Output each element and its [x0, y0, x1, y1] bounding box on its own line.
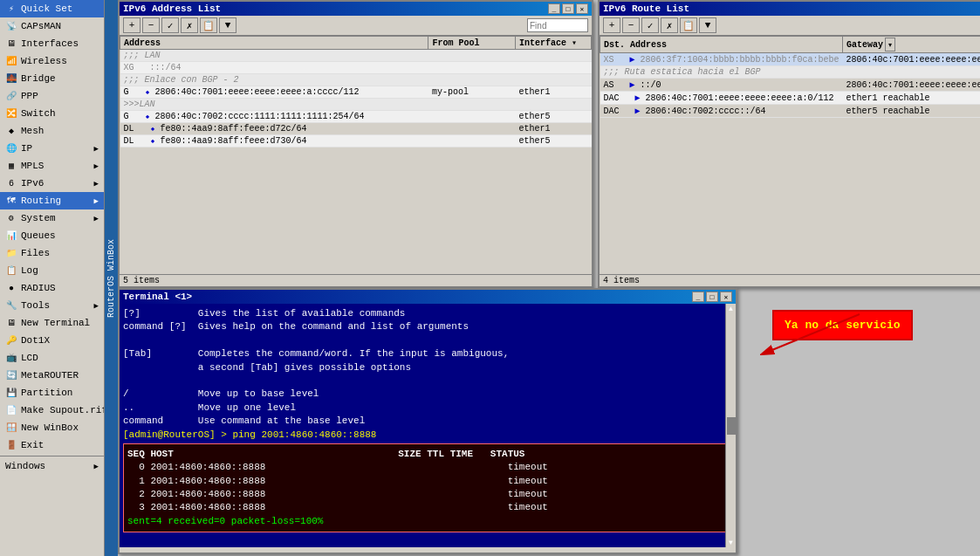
sidebar-item-lcd[interactable]: 📺 LCD — [0, 349, 104, 367]
ping-row-2: 2 2001:4860:4860::8888 timeout — [127, 488, 728, 501]
sidebar: ⚡ Quick Set 📡 CAPsMAN 🖥 Interfaces 📶 Wir… — [0, 0, 105, 556]
terminal-help-5: / Move up to base level — [123, 388, 732, 401]
terminal-help-3: [Tab] Completes the command/word. If the… — [123, 347, 732, 360]
sidebar-item-make-supout[interactable]: 📄 Make Supout.rif — [0, 402, 104, 419]
sidebar-item-log[interactable]: 📋 Log — [0, 262, 104, 279]
addr-col-interface: Interface ▾ — [515, 37, 591, 50]
interfaces-icon: 🖥 — [5, 38, 17, 50]
terminal-prompt-1: [admin@RouterOS] > ping 2001:4860:4860::… — [123, 429, 732, 442]
terminal-blank-1 — [123, 334, 732, 347]
add-addr-button[interactable]: + — [123, 17, 140, 33]
ipv6-route-window: IPv6 Route List _ □ ✕ + − ✓ ✗ 📋 ▼ Dst. A… — [598, 0, 980, 288]
disable-route-button[interactable]: ✗ — [661, 17, 678, 33]
sidebar-item-wireless[interactable]: 📶 Wireless — [0, 52, 104, 70]
table-row[interactable]: DL ⬥ fe80::4aa9:8aff:feee:d730/64 ether5 — [120, 135, 592, 148]
ipv6-addr-maximize[interactable]: □ — [562, 3, 574, 14]
sidebar-item-tools[interactable]: 🔧 Tools ▶ — [0, 297, 104, 314]
addr-find-input[interactable] — [527, 18, 588, 32]
table-row[interactable]: G ⬥ 2806:40c:7002:cccc:1111:1111:1111:25… — [120, 111, 592, 123]
table-row[interactable]: DAC ▶ 2806:40c:7002:cccc::/64 ether5 rea… — [600, 105, 981, 118]
ip-icon: 🌐 — [5, 142, 17, 154]
terminal-vscroll[interactable]: ▲ ▼ — [725, 304, 736, 547]
sidebar-item-new-winbox[interactable]: 🪟 New WinBox — [0, 419, 104, 436]
ipv6-arrow: ▶ — [94, 179, 99, 189]
ping-summary: sent=4 received=0 packet-loss=100% — [127, 515, 728, 528]
terminal-minimize[interactable]: _ — [692, 292, 704, 302]
ping-row-1: 1 2001:4860:4860::8888 timeout — [127, 475, 728, 488]
sidebar-item-switch[interactable]: 🔀 Switch — [0, 105, 104, 122]
sidebar-item-partition[interactable]: 💾 Partition — [0, 384, 104, 402]
mpls-arrow: ▶ — [94, 161, 99, 171]
sidebar-item-quickset[interactable]: ⚡ Quick Set — [0, 0, 104, 17]
log-icon: 📋 — [5, 264, 17, 277]
sidebar-item-new-terminal[interactable]: 🖥 New Terminal — [0, 314, 104, 332]
sidebar-item-routing[interactable]: 🗺 Routing ▶ — [0, 192, 104, 209]
sidebar-item-mesh[interactable]: ◆ Mesh — [0, 122, 104, 140]
sidebar-item-windows[interactable]: Windows ▶ — [0, 458, 104, 474]
sidebar-item-dot1x[interactable]: 🔑 Dot1X — [0, 332, 104, 349]
sidebar-item-bridge[interactable]: 🌉 Bridge — [0, 70, 104, 87]
add-route-button[interactable]: + — [603, 17, 620, 33]
routing-arrow: ▶ — [94, 196, 99, 206]
callout-box: Ya no da servicio — [772, 310, 913, 340]
files-icon: 📁 — [5, 247, 17, 259]
mpls-icon: ▦ — [5, 160, 17, 172]
gateway-dropdown-btn[interactable]: ▾ — [885, 38, 895, 51]
bridge-icon: 🌉 — [5, 72, 17, 85]
tools-icon: 🔧 — [5, 299, 17, 312]
switch-icon: 🔀 — [5, 107, 17, 120]
supout-icon: 📄 — [5, 404, 17, 416]
table-row[interactable]: DL ⬥ fe80::4aa9:8aff:feee:d72c/64 ether1 — [120, 123, 592, 135]
ipv6-addr-buttons: _ □ ✕ — [548, 3, 588, 14]
sidebar-item-exit[interactable]: 🚪 Exit — [0, 436, 104, 454]
sidebar-item-system[interactable]: ⚙ System ▶ — [0, 209, 104, 227]
terminal-scroll-up[interactable]: ▲ — [729, 305, 733, 312]
ipv6-addr-table: Address From Pool Interface ▾ ;;; LAN XG… — [120, 36, 592, 148]
terminal-window: Terminal <1> _ □ ✕ [?] Gives the list of… — [118, 288, 737, 554]
disable-addr-button[interactable]: ✗ — [181, 17, 198, 33]
table-row[interactable]: XS ▶ 2806:3f7:1004:bbbb:bbbb:bbbb:f0ca:b… — [600, 53, 981, 66]
sidebar-item-radius[interactable]: ● RADIUS — [0, 279, 104, 297]
routing-icon: 🗺 — [5, 195, 17, 207]
remove-addr-button[interactable]: − — [142, 17, 160, 33]
ipv6-route-table: Dst. Address Gateway ▾ XS ▶ 2806:3f7:100… — [600, 36, 980, 118]
ipv6-addr-status: 5 items — [123, 276, 160, 285]
sidebar-item-ip[interactable]: 🌐 IP ▶ — [0, 140, 104, 157]
ip-arrow: ▶ — [94, 144, 99, 154]
copy-addr-button[interactable]: 📋 — [200, 17, 217, 33]
table-row[interactable]: AS ▶ ::/0 2806:40c:7001:eeee:eeee:eeee:a… — [600, 79, 981, 92]
terminal-help-4: a second [Tab] gives possible options — [123, 361, 732, 374]
sidebar-item-mpls[interactable]: ▦ MPLS ▶ — [0, 157, 104, 175]
system-arrow: ▶ — [94, 214, 99, 223]
remove-route-button[interactable]: − — [622, 17, 640, 33]
ipv6-addr-close[interactable]: ✕ — [576, 3, 588, 14]
sidebar-item-ppp[interactable]: 🔗 PPP — [0, 87, 104, 105]
table-row[interactable]: G ⬥ 2806:40c:7001:eeee:eeee:eeee:a:cccc/… — [120, 86, 592, 99]
terminal-close[interactable]: ✕ — [720, 292, 732, 302]
sidebar-item-interfaces[interactable]: 🖥 Interfaces — [0, 35, 104, 52]
enable-route-button[interactable]: ✓ — [641, 17, 659, 33]
filter-route-button[interactable]: ▼ — [699, 17, 716, 33]
terminal-scroll-down[interactable]: ▼ — [729, 539, 733, 546]
sidebar-item-ipv6[interactable]: 6 IPv6 ▶ — [0, 175, 104, 192]
terminal-maximize[interactable]: □ — [706, 292, 718, 302]
partition-icon: 💾 — [5, 387, 17, 399]
ipv6-addr-minimize[interactable]: _ — [548, 3, 560, 14]
copy-route-button[interactable]: 📋 — [680, 17, 697, 33]
metarouter-icon: 🔄 — [5, 369, 17, 381]
table-row: >>>LAN — [120, 99, 592, 111]
terminal-scroll-thumb — [727, 417, 736, 435]
filter-addr-button[interactable]: ▼ — [219, 17, 236, 33]
sidebar-item-files[interactable]: 📁 Files — [0, 244, 104, 262]
sidebar-item-queues[interactable]: 📊 Queues — [0, 227, 104, 244]
ipv6-route-status: 4 items — [603, 276, 640, 285]
sidebar-item-capsman[interactable]: 📡 CAPsMAN — [0, 17, 104, 35]
terminal-body[interactable]: [?] Gives the list of available commands… — [120, 304, 736, 547]
sidebar-item-metarouter[interactable]: 🔄 MetaROUTER — [0, 367, 104, 384]
table-row[interactable]: XG :::/64 — [120, 62, 592, 74]
route-col-gateway: Gateway ▾ — [843, 37, 980, 53]
table-row[interactable]: DAC ▶ 2806:40c:7001:eeee:eeee:eeee:a:0/1… — [600, 92, 981, 105]
enable-addr-button[interactable]: ✓ — [161, 17, 179, 33]
winbox-label: RouterOS WinBox — [105, 0, 118, 556]
terminal-help-2: command [?] Gives help on the command an… — [123, 320, 732, 333]
